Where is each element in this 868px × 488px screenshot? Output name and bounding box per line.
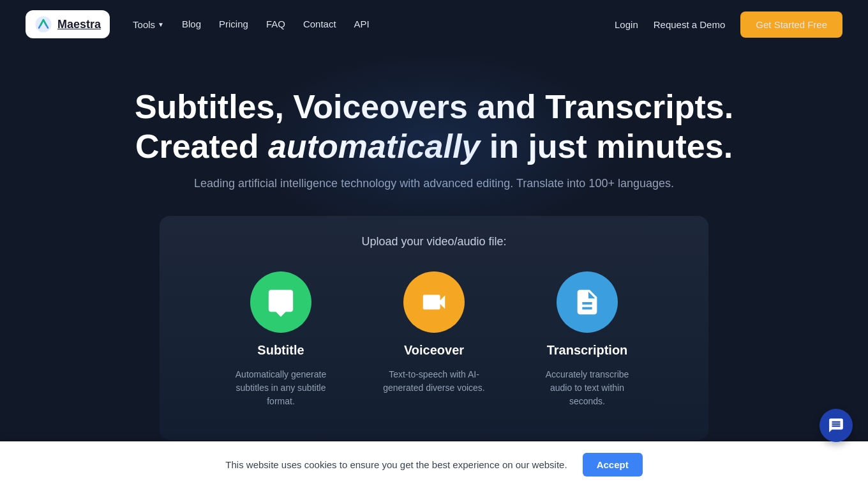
hero-headline: Subtitles, Voiceovers and Transcripts. C…: [26, 87, 842, 167]
nav-item-tools[interactable]: Tools ▼: [133, 19, 164, 30]
chevron-down-icon: ▼: [158, 21, 164, 28]
upload-label: Upload your video/audio file:: [185, 235, 683, 248]
subtitle-icon-circle: [250, 271, 311, 333]
headline-line1: Subtitles, Voiceovers and Transcripts.: [135, 88, 733, 125]
logo-text: Maestra: [57, 18, 101, 31]
accept-cookies-button[interactable]: Accept: [583, 453, 643, 477]
get-started-button[interactable]: Get Started Free: [740, 11, 842, 38]
hero-subtext: Leading artificial intelligence technolo…: [26, 177, 842, 190]
upload-options: Subtitle Automatically generate subtitle…: [185, 271, 683, 408]
transcription-icon-circle: [557, 271, 618, 333]
voiceover-label: Voiceover: [404, 343, 464, 358]
headline-line2: Created automatically in just minutes.: [135, 128, 733, 165]
upload-option-subtitle[interactable]: Subtitle Automatically generate subtitle…: [230, 271, 332, 408]
voiceover-icon-circle: [403, 271, 465, 333]
navbar: Maestra Tools ▼ Blog Pricing FAQ Contact: [0, 0, 868, 49]
logo-link[interactable]: Maestra: [26, 10, 110, 38]
headline-created: Created: [135, 128, 268, 165]
nav-item-faq[interactable]: FAQ: [266, 19, 285, 30]
nav-left: Maestra Tools ▼ Blog Pricing FAQ Contact: [26, 10, 370, 38]
nav-item-pricing[interactable]: Pricing: [219, 19, 248, 30]
pricing-link[interactable]: Pricing: [219, 19, 248, 29]
headline-end: in just minutes.: [480, 128, 733, 165]
chat-icon: [828, 417, 844, 434]
cookie-message: This website uses cookies to ensure you …: [225, 459, 567, 470]
nav-item-api[interactable]: API: [354, 19, 370, 30]
voiceover-icon: [419, 287, 449, 317]
login-link[interactable]: Login: [615, 19, 638, 30]
subtitle-desc: Automatically generate subtitles in any …: [230, 368, 332, 408]
faq-link[interactable]: FAQ: [266, 19, 285, 29]
maestra-logo-icon: [34, 15, 52, 33]
subtitle-icon: [266, 287, 296, 317]
request-demo-link[interactable]: Request a Demo: [654, 19, 726, 30]
upload-section: Upload your video/audio file: Subtitle A…: [160, 216, 708, 440]
nav-item-contact[interactable]: Contact: [303, 19, 336, 30]
upload-option-transcription[interactable]: Transcription Accurately transcribe audi…: [536, 271, 638, 408]
chat-bubble-button[interactable]: [819, 409, 853, 442]
api-link[interactable]: API: [354, 19, 370, 29]
transcription-icon: [572, 287, 602, 317]
upload-option-voiceover[interactable]: Voiceover Text-to-speech with AI-generat…: [383, 271, 485, 395]
cookie-banner: This website uses cookies to ensure you …: [0, 441, 868, 488]
nav-right: Login Request a Demo Get Started Free: [615, 11, 842, 38]
subtitle-label: Subtitle: [257, 343, 304, 358]
blog-link[interactable]: Blog: [182, 19, 201, 29]
transcription-desc: Accurately transcribe audio to text with…: [536, 368, 638, 408]
tools-link[interactable]: Tools ▼: [133, 19, 164, 30]
headline-automatically: automatically: [268, 128, 480, 165]
nav-links: Tools ▼ Blog Pricing FAQ Contact API: [133, 19, 370, 30]
transcription-label: Transcription: [547, 343, 628, 358]
nav-item-blog[interactable]: Blog: [182, 19, 201, 30]
voiceover-desc: Text-to-speech with AI-generated diverse…: [383, 368, 485, 395]
contact-link[interactable]: Contact: [303, 19, 336, 29]
svg-point-0: [35, 16, 51, 32]
hero-section: Subtitles, Voiceovers and Transcripts. C…: [0, 49, 868, 466]
